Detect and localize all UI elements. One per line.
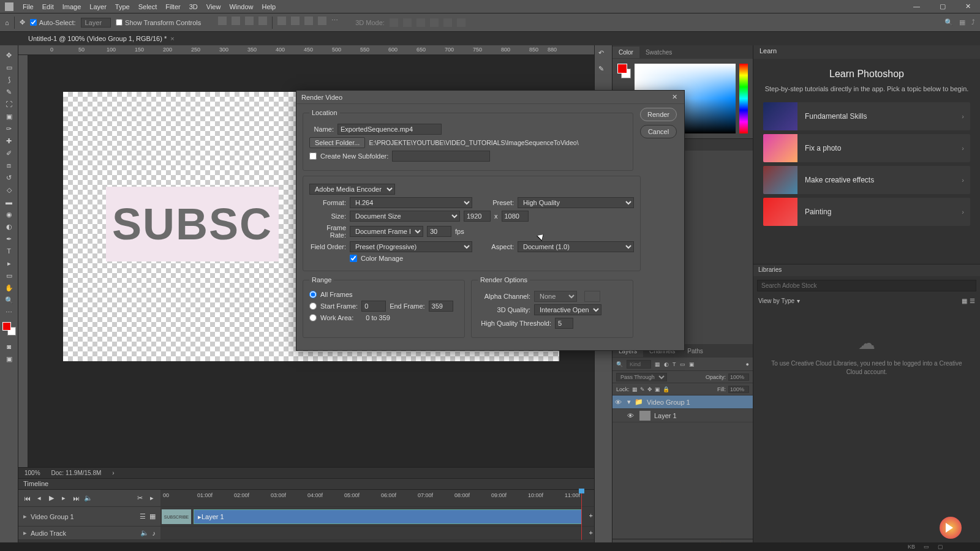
libraries-search-input[interactable] [757,280,976,291]
learn-tab[interactable]: Learn [753,45,980,59]
marquee-tool-icon[interactable]: ▭ [1,61,18,73]
track-film-icon[interactable]: ▦ [149,512,156,520]
align-icon[interactable] [245,17,254,25]
menu-edit[interactable]: Edit [38,3,58,10]
clip-thumbnail[interactable]: SUBSCRIBE [162,509,191,524]
layer-name[interactable]: Video Group 1 [647,399,690,406]
format-select[interactable]: H.264 [350,197,472,208]
start-frame-radio[interactable] [309,302,317,310]
window-minimize-icon[interactable]: — [909,2,924,10]
history-icon[interactable]: ↶ [598,49,608,59]
encoder-select[interactable]: Adobe Media Encoder [309,184,395,195]
fieldorder-select[interactable]: Preset (Progressive) [350,241,472,252]
fill-input[interactable] [728,386,749,393]
track-note-icon[interactable]: ♪ [153,530,156,537]
history-brush-tool-icon[interactable]: ↺ [1,171,18,184]
goto-start-icon[interactable]: ⏮ [22,493,32,503]
goto-end-icon[interactable]: ⏭ [71,493,81,503]
opacity-input[interactable] [728,373,749,381]
foreground-color[interactable] [2,322,11,331]
filename-input[interactable] [337,124,442,135]
lock-trans-icon[interactable]: ▦ [632,386,638,392]
more-icon[interactable]: ⋯ [331,17,338,29]
close-tab-icon[interactable]: × [170,35,174,42]
show-transform-checkbox[interactable]: Show Transform Controls [116,19,201,26]
screenmode-icon[interactable]: ▣ [1,353,18,365]
all-frames-radio[interactable] [309,291,317,298]
move-tool-icon[interactable]: ✥ [1,49,18,61]
filter-search-icon[interactable]: 🔍 [616,361,623,367]
visibility-icon[interactable]: 👁 [627,412,636,419]
start-frame-input[interactable] [361,301,386,312]
frame-tool-icon[interactable]: ▣ [1,110,18,122]
path-select-tool-icon[interactable]: ▸ [1,257,18,269]
menu-image[interactable]: Image [58,3,86,10]
next-frame-icon[interactable]: ▸ [59,493,69,503]
grid-view-icon[interactable]: ▦ [962,298,967,304]
layer-name[interactable]: Layer 1 [654,412,677,419]
add-audio-icon[interactable]: + [589,529,593,536]
end-frame-input[interactable] [429,301,453,312]
status-chevron-icon[interactable]: › [112,470,114,476]
crop-tool-icon[interactable]: ⛶ [1,98,18,110]
play-overlay-icon[interactable] [940,517,962,539]
prev-frame-icon[interactable]: ◂ [34,493,44,503]
timeline-tab[interactable]: Timeline [18,479,594,490]
color-manage-checkbox[interactable] [350,255,357,262]
auto-select-dropdown[interactable]: Layer [81,18,111,28]
filter-smart-icon[interactable]: ▣ [689,361,695,367]
align-icon[interactable] [258,17,267,25]
preset-select[interactable]: High Quality [518,197,634,208]
blend-mode-select[interactable]: Pass Through [616,373,667,381]
hue-slider[interactable] [739,64,748,133]
lock-nest-icon[interactable]: ▣ [655,386,660,392]
visibility-icon[interactable]: 👁 [615,399,624,406]
filter-shape-icon[interactable]: ▭ [680,361,685,367]
expand-icon[interactable]: ▸ [23,529,27,537]
workspace-icon[interactable]: ▦ [959,18,965,26]
learn-item-fundamentals[interactable]: Fundamental Skills› [763,102,970,130]
window-close-icon[interactable]: ✕ [961,2,975,10]
split-icon[interactable]: ✂ [135,493,145,503]
eraser-tool-icon[interactable]: ◇ [1,184,18,196]
menu-view[interactable]: View [202,3,225,10]
paths-tab[interactable]: Paths [681,345,709,357]
type-tool-icon[interactable]: T [1,245,18,257]
lock-all-icon[interactable]: 🔒 [663,386,669,392]
move-tool-icon[interactable]: ✥ [20,18,25,26]
align-icon[interactable] [218,17,227,25]
learn-item-fix-photo[interactable]: Fix a photo› [763,134,970,162]
eyedropper-tool-icon[interactable]: ✑ [1,122,18,135]
distribute-icon[interactable] [304,17,313,25]
width-input[interactable] [464,211,491,222]
fg-swatch[interactable] [617,64,627,73]
menu-layer[interactable]: Layer [85,3,111,10]
aspect-select[interactable]: Document (1.0) [518,241,634,252]
distribute-icon[interactable] [291,17,300,25]
menu-filter[interactable]: Filter [161,3,184,10]
learn-item-effects[interactable]: Make creative effects› [763,166,970,194]
filter-toggle-icon[interactable]: ● [746,361,749,367]
timeline-clips-lane[interactable]: SUBSCRIBE ▸ Layer 1 + [160,507,594,527]
quickmask-icon[interactable]: ◙ [1,340,18,353]
select-folder-button[interactable]: Select Folder... [309,137,365,148]
layer-row[interactable]: 👁 Layer 1 [612,409,753,422]
height-input[interactable] [502,211,529,222]
render-button[interactable]: Render [640,108,677,121]
brush-panel-icon[interactable]: ✎ [598,65,608,75]
transition-icon[interactable]: ▸ [147,493,157,503]
lasso-tool-icon[interactable]: ⟆ [1,73,18,86]
3d-quality-select[interactable]: Interactive OpenGL [534,304,601,315]
color-swatches[interactable] [2,322,16,335]
color-tab[interactable]: Color [612,47,639,58]
swatches-tab[interactable]: Swatches [639,47,678,58]
menu-3d[interactable]: 3D [185,3,202,10]
timeline-audio-lane[interactable]: + [160,527,594,540]
size-preset-select[interactable]: Document Size [350,211,460,222]
shape-tool-icon[interactable]: ▭ [1,269,18,282]
distribute-icon[interactable] [277,17,286,25]
menu-select[interactable]: Select [134,3,162,10]
menu-type[interactable]: Type [111,3,134,10]
tray-icon[interactable]: ▢ [938,544,943,550]
video-group-track[interactable]: ▸ Video Group 1 ☰ ▦ [18,507,160,527]
